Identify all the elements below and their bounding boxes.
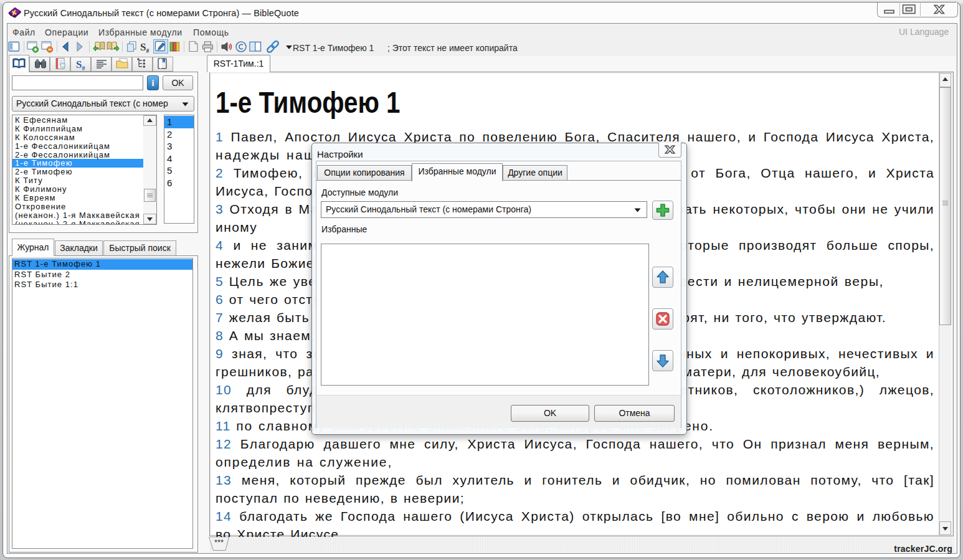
svg-text:***: *** (214, 538, 224, 547)
